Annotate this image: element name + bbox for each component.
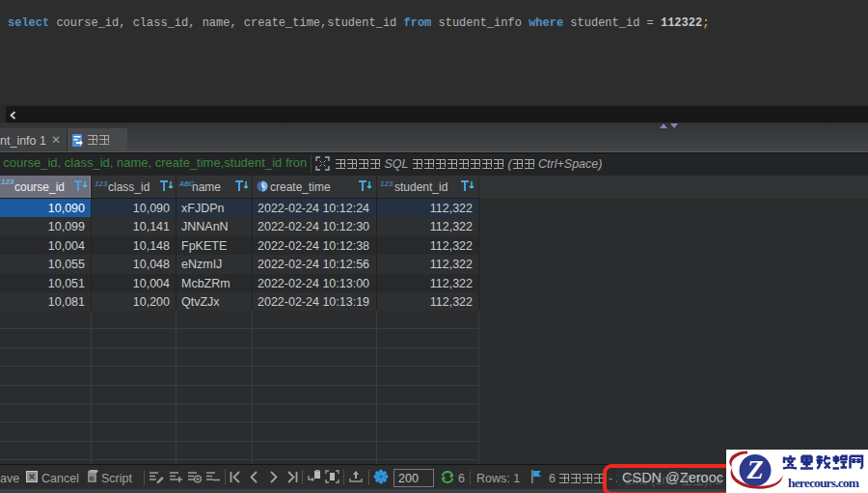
svg-text:herecours.com: herecours.com bbox=[788, 476, 860, 490]
svg-text:Z: Z bbox=[746, 454, 763, 484]
